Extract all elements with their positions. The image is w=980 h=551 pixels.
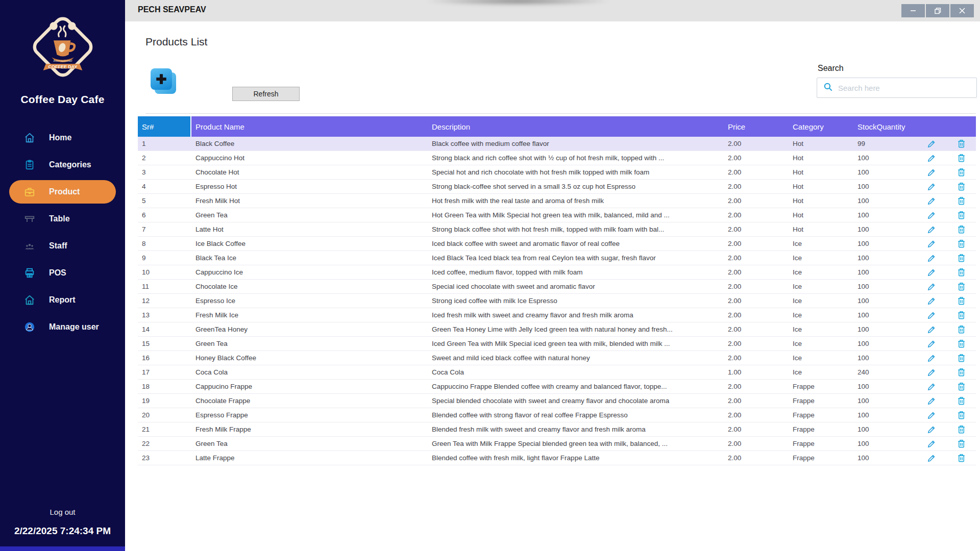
table-row[interactable]: 1 Black Coffee Black coffee with medium …: [138, 137, 976, 151]
table-row[interactable]: 18 Cappucino Frappe Cappuccino Frappe Bl…: [138, 380, 976, 394]
cell-price: 2.00: [724, 351, 789, 365]
header-description[interactable]: Description: [428, 116, 724, 137]
logout-button[interactable]: Log out: [0, 508, 125, 516]
edit-icon[interactable]: [916, 194, 946, 208]
sidebar-item-product[interactable]: Product: [9, 180, 116, 204]
delete-icon[interactable]: [946, 365, 976, 379]
table-row[interactable]: 9 Black Tea Ice Iced Black Tea Iced blac…: [138, 251, 976, 265]
delete-icon[interactable]: [946, 280, 976, 293]
search-input[interactable]: [838, 84, 970, 92]
sidebar-item-categories[interactable]: Categories: [9, 153, 116, 177]
table-row[interactable]: 14 GreenTea Honey Green Tea Honey Lime w…: [138, 322, 976, 337]
restore-button[interactable]: [926, 4, 949, 17]
edit-icon[interactable]: [916, 237, 946, 251]
edit-icon[interactable]: [916, 308, 946, 322]
cell-stock: 100: [853, 451, 916, 465]
edit-icon[interactable]: [916, 365, 946, 379]
table-row[interactable]: 7 Latte Hot Strong black coffee shot wit…: [138, 222, 976, 237]
edit-icon[interactable]: [916, 408, 946, 422]
sidebar-item-staff[interactable]: Staff: [9, 234, 116, 258]
delete-icon[interactable]: [946, 137, 976, 151]
delete-icon[interactable]: [946, 237, 976, 251]
delete-icon[interactable]: [946, 180, 976, 193]
cell-description: Hot Green Tea with Milk Special hot gree…: [428, 208, 724, 222]
delete-icon[interactable]: [946, 308, 976, 322]
sidebar-item-report[interactable]: Report: [9, 288, 116, 312]
close-button[interactable]: [950, 4, 974, 17]
delete-icon[interactable]: [946, 322, 976, 336]
delete-icon[interactable]: [946, 265, 976, 279]
delete-icon[interactable]: [946, 422, 976, 436]
delete-icon[interactable]: [946, 251, 976, 265]
edit-icon[interactable]: [916, 437, 946, 450]
table-row[interactable]: 22 Green Tea Green Tea with Milk Frappe …: [138, 437, 976, 451]
table-row[interactable]: 19 Chocolate Frappe Special blended choc…: [138, 394, 976, 408]
edit-icon[interactable]: [916, 422, 946, 436]
sidebar-item-table[interactable]: Table: [9, 207, 116, 231]
header-category[interactable]: Category: [789, 116, 853, 137]
table-row[interactable]: 20 Espresso Frappe Blended coffee with s…: [138, 408, 976, 422]
delete-icon[interactable]: [946, 380, 976, 393]
cell-category: Hot: [789, 194, 853, 208]
header-product-name[interactable]: Product Name: [191, 116, 428, 137]
table-row[interactable]: 8 Ice Black Coffee Iced black coffee wit…: [138, 237, 976, 251]
edit-icon[interactable]: [916, 394, 946, 408]
sidebar-item-pos[interactable]: POS: [9, 261, 116, 285]
cell-stock: 100: [853, 380, 916, 393]
cell-category: Hot: [789, 180, 853, 193]
delete-icon[interactable]: [946, 337, 976, 350]
add-product-button[interactable]: [150, 67, 178, 96]
delete-icon[interactable]: [946, 222, 976, 236]
table-row[interactable]: 21 Fresh Milk Frappe Blended fresh milk …: [138, 422, 976, 437]
edit-icon[interactable]: [916, 451, 946, 465]
header-stockquantity[interactable]: StockQuantity: [853, 116, 916, 137]
delete-icon[interactable]: [946, 151, 976, 165]
header-price[interactable]: Price: [724, 116, 789, 137]
search-box: [817, 78, 977, 98]
cell-product-name: Ice Black Coffee: [191, 237, 428, 251]
edit-icon[interactable]: [916, 251, 946, 265]
table-row[interactable]: 12 Espresso Ice Strong iced coffee with …: [138, 294, 976, 308]
sidebar-item-manage-user[interactable]: Manage user: [9, 315, 116, 339]
refresh-button[interactable]: Refresh: [232, 87, 300, 101]
edit-icon[interactable]: [916, 222, 946, 236]
edit-icon[interactable]: [916, 180, 946, 193]
delete-icon[interactable]: [946, 408, 976, 422]
edit-icon[interactable]: [916, 294, 946, 308]
table-row[interactable]: 17 Coca Cola Coca Cola 1.00 Ice 240: [138, 365, 976, 380]
delete-icon[interactable]: [946, 437, 976, 450]
table-row[interactable]: 3 Chocolate Hot Special hot and rich cho…: [138, 165, 976, 180]
table-row[interactable]: 5 Fresh Milk Hot Hot fresh milk with the…: [138, 194, 976, 208]
edit-icon[interactable]: [916, 165, 946, 179]
window-titlebar[interactable]: PECH SEAVPEAV: [125, 0, 980, 21]
delete-icon[interactable]: [946, 294, 976, 308]
edit-icon[interactable]: [916, 337, 946, 350]
edit-icon[interactable]: [916, 280, 946, 293]
sidebar-item-home[interactable]: Home: [9, 126, 116, 149]
edit-icon[interactable]: [916, 380, 946, 393]
edit-icon[interactable]: [916, 351, 946, 365]
delete-icon[interactable]: [946, 451, 976, 465]
table-row[interactable]: 16 Honey Black Coffee Sweet and mild ice…: [138, 351, 976, 365]
table-row[interactable]: 4 Espresso Hot Strong black-coffee shot …: [138, 180, 976, 194]
delete-icon[interactable]: [946, 394, 976, 408]
cell-stock: 100: [853, 337, 916, 350]
delete-icon[interactable]: [946, 165, 976, 179]
table-row[interactable]: 6 Green Tea Hot Green Tea with Milk Spec…: [138, 208, 976, 222]
edit-icon[interactable]: [916, 208, 946, 222]
delete-icon[interactable]: [946, 351, 976, 365]
edit-icon[interactable]: [916, 265, 946, 279]
delete-icon[interactable]: [946, 194, 976, 208]
table-row[interactable]: 11 Chocolate Ice Special iced chocolate …: [138, 280, 976, 294]
table-row[interactable]: 13 Fresh Milk Ice Iced fresh milk with s…: [138, 308, 976, 322]
table-row[interactable]: 10 Cappuccino Ice Iced coffee, medium fl…: [138, 265, 976, 280]
edit-icon[interactable]: [916, 137, 946, 151]
table-row[interactable]: 15 Green Tea Iced Green Tea with Milk Sp…: [138, 337, 976, 351]
header-sr[interactable]: Sr#: [138, 116, 191, 137]
table-row[interactable]: 2 Cappuccino Hot Strong black and rich c…: [138, 151, 976, 165]
delete-icon[interactable]: [946, 208, 976, 222]
edit-icon[interactable]: [916, 322, 946, 336]
minimize-button[interactable]: [901, 4, 925, 17]
edit-icon[interactable]: [916, 151, 946, 165]
table-row[interactable]: 23 Latte Frappe Blended coffee with fres…: [138, 451, 976, 465]
